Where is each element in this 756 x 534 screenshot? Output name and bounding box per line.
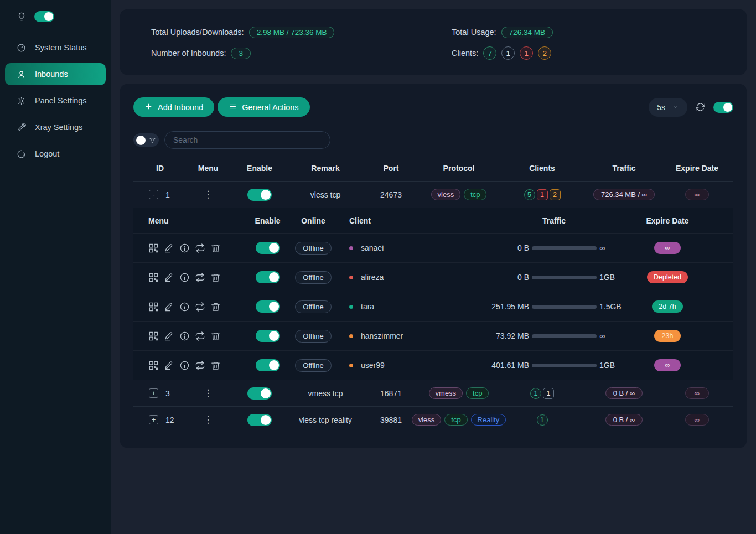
column-header: Protocol bbox=[421, 164, 497, 173]
online-status-badge: Offline bbox=[295, 242, 331, 255]
stat-value-badge: 2.98 MB / 723.36 MB bbox=[249, 27, 335, 38]
client-name-cell: user99 bbox=[338, 361, 482, 370]
sidebar-item-label: Logout bbox=[35, 149, 59, 158]
add-inbound-label: Add Inbound bbox=[158, 103, 203, 112]
info-button[interactable] bbox=[179, 331, 190, 341]
reset-traffic-button[interactable] bbox=[195, 360, 205, 371]
column-header: Clients bbox=[497, 164, 587, 173]
filter-toggle[interactable] bbox=[133, 133, 159, 147]
qr-code-button[interactable] bbox=[148, 243, 159, 253]
client-count-badge-red: 1 bbox=[520, 46, 533, 60]
refresh-interval-select[interactable]: 5s bbox=[649, 98, 687, 117]
inbound-row: -1⋮vless tcp24673vlesstcp512726.34 MB / … bbox=[133, 182, 733, 208]
client-expire-badge[interactable]: ∞ bbox=[654, 242, 681, 254]
add-inbound-button[interactable]: Add Inbound bbox=[133, 97, 214, 117]
sidebar-item-inbounds[interactable]: Inbounds bbox=[5, 63, 106, 85]
client-row: Offlinehanszimmer73.92 MB∞23h bbox=[133, 322, 733, 351]
enable-toggle[interactable] bbox=[247, 387, 272, 400]
delete-button[interactable] bbox=[210, 302, 221, 312]
expand-toggle[interactable]: - bbox=[149, 190, 158, 199]
sidebar-item-logout[interactable]: Logout bbox=[0, 143, 111, 165]
info-button[interactable] bbox=[179, 272, 190, 283]
client-name: hanszimmer bbox=[361, 331, 403, 340]
plus-icon bbox=[144, 102, 153, 112]
subtable-header-row: MenuEnableOnlineClientTrafficExpire Date bbox=[133, 208, 733, 234]
qr-code-button[interactable] bbox=[148, 331, 159, 341]
search-input[interactable] bbox=[164, 131, 330, 149]
delete-button[interactable] bbox=[210, 331, 221, 341]
menu-cell: ⋮ bbox=[187, 189, 230, 200]
auto-refresh-toggle[interactable] bbox=[713, 102, 733, 113]
row-menu-button[interactable]: ⋮ bbox=[204, 414, 213, 426]
subtable-column-header: Menu bbox=[133, 216, 247, 225]
protocol-tag-tcp: tcp bbox=[466, 387, 489, 399]
theme-toggle[interactable] bbox=[34, 11, 54, 22]
edit-button[interactable] bbox=[164, 272, 174, 283]
row-menu-button[interactable]: ⋮ bbox=[204, 189, 213, 200]
reset-traffic-button[interactable] bbox=[195, 243, 205, 253]
client-row: Offlineuser99401.61 MB1GB∞ bbox=[133, 351, 733, 380]
client-traffic-cell: 251.95 MB1.5GB bbox=[482, 302, 626, 311]
expire-badge[interactable]: ∞ bbox=[685, 414, 709, 426]
reset-traffic-button[interactable] bbox=[195, 302, 205, 312]
client-traffic-cell: 401.61 MB1GB bbox=[482, 361, 626, 370]
info-button[interactable] bbox=[179, 302, 190, 312]
qr-code-icon bbox=[148, 360, 159, 371]
client-enable-toggle[interactable] bbox=[256, 242, 280, 254]
remark-cell: vmess tcp bbox=[289, 389, 361, 398]
info-button[interactable] bbox=[179, 243, 190, 253]
client-enable-toggle[interactable] bbox=[256, 300, 280, 313]
client-enable-cell bbox=[247, 330, 288, 342]
sidebar-item-xray-settings[interactable]: Xray Settings bbox=[0, 116, 111, 138]
client-expire-badge[interactable]: Depleted bbox=[647, 271, 688, 283]
client-expire-badge[interactable]: ∞ bbox=[654, 359, 681, 371]
edit-button[interactable] bbox=[164, 331, 174, 341]
expire-badge[interactable]: ∞ bbox=[685, 189, 709, 200]
subtable-column-header: Online bbox=[288, 216, 338, 225]
delete-button[interactable] bbox=[210, 360, 221, 371]
client-enable-toggle[interactable] bbox=[256, 330, 280, 342]
client-expire-cell: ∞ bbox=[626, 242, 709, 254]
general-actions-button[interactable]: General Actions bbox=[218, 97, 309, 117]
id-cell: +12 bbox=[133, 415, 187, 424]
expire-badge[interactable]: ∞ bbox=[685, 387, 709, 399]
sidebar-item-system-status[interactable]: System Status bbox=[0, 37, 111, 59]
info-button[interactable] bbox=[179, 360, 190, 371]
client-count-badge-green: 7 bbox=[483, 46, 496, 60]
client-enable-toggle[interactable] bbox=[256, 359, 280, 371]
enable-toggle[interactable] bbox=[247, 189, 272, 201]
client-expire-badge[interactable]: 2d 7h bbox=[652, 300, 682, 313]
refresh-button[interactable] bbox=[696, 102, 705, 112]
port-cell: 24673 bbox=[361, 190, 421, 199]
edit-icon bbox=[164, 360, 174, 371]
stats-left-column: Total Uploads/Downloads: 2.98 MB / 723.3… bbox=[151, 24, 452, 66]
expand-toggle[interactable]: + bbox=[149, 415, 158, 424]
edit-button[interactable] bbox=[164, 360, 174, 371]
traffic-progress-bar bbox=[532, 246, 597, 250]
traffic-used: 251.95 MB bbox=[491, 302, 529, 311]
client-color-dot bbox=[349, 246, 353, 250]
sidebar-theme-row bbox=[0, 11, 111, 37]
edit-button[interactable] bbox=[164, 302, 174, 312]
qr-code-button[interactable] bbox=[148, 272, 159, 283]
sidebar-item-panel-settings[interactable]: Panel Settings bbox=[0, 90, 111, 112]
enable-toggle[interactable] bbox=[247, 414, 272, 426]
row-menu-button[interactable]: ⋮ bbox=[204, 387, 213, 399]
subtable-column-header: Enable bbox=[247, 216, 288, 225]
stat-total-uploads-downloads: Total Uploads/Downloads: 2.98 MB / 723.3… bbox=[151, 24, 452, 40]
qr-code-button[interactable] bbox=[148, 360, 159, 371]
delete-button[interactable] bbox=[210, 272, 221, 283]
info-icon bbox=[179, 243, 190, 253]
reset-traffic-button[interactable] bbox=[195, 331, 205, 341]
client-expire-badge[interactable]: 23h bbox=[654, 330, 681, 342]
expand-toggle[interactable]: + bbox=[149, 388, 158, 398]
edit-button[interactable] bbox=[164, 243, 174, 253]
delete-button[interactable] bbox=[210, 243, 221, 253]
client-name: sanaei bbox=[361, 243, 384, 252]
reset-traffic-button[interactable] bbox=[195, 272, 205, 283]
client-count-badge-orange: 2 bbox=[550, 189, 561, 200]
client-enable-toggle[interactable] bbox=[256, 271, 280, 283]
app-layout: System StatusInboundsPanel SettingsXray … bbox=[0, 0, 756, 534]
qr-code-button[interactable] bbox=[148, 302, 159, 312]
toolbar: Add Inbound General Actions 5s bbox=[133, 97, 733, 117]
